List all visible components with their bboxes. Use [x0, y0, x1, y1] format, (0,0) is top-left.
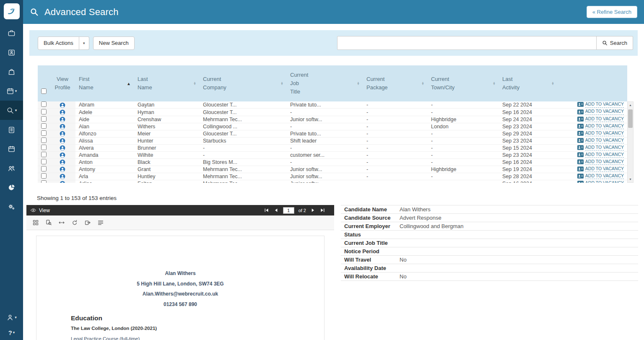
rotate-icon[interactable] [71, 219, 78, 226]
row-checkbox[interactable] [41, 180, 47, 183]
search-input[interactable] [337, 36, 597, 50]
add-to-vacancy-button[interactable]: ADD TO VACANCY [577, 109, 624, 114]
next-page-button[interactable] [310, 208, 316, 213]
column-header-current-town-city[interactable]: Current Town/City▲▼ [428, 65, 499, 101]
table-row[interactable]: Alvera Brunner - - - - Sep 15 2024 ADD T… [38, 144, 627, 151]
sidebar-item-calendar-menu[interactable]: ▾ [0, 81, 23, 101]
view-profile-icon[interactable] [60, 109, 65, 115]
first-page-button[interactable] [264, 208, 269, 213]
sidebar-item-clipboard[interactable] [0, 120, 23, 139]
sidebar-item-people[interactable] [0, 158, 23, 178]
detail-value [396, 242, 403, 244]
app-logo[interactable] [4, 3, 20, 19]
table-row[interactable]: Anton Black Big Stores M... - - - Sep 16… [38, 158, 627, 166]
table-row[interactable]: Aide Crenshaw Mehrmann Tec... Junior sof… [38, 116, 627, 123]
sidebar-item-settings[interactable] [0, 197, 23, 216]
table-row[interactable]: Abram Gaytan Gloucester T... Private tut… [38, 101, 627, 109]
text-view-icon[interactable] [97, 219, 104, 226]
add-to-vacancy-button[interactable]: ADD TO VACANCY [577, 180, 624, 183]
export-icon[interactable] [84, 219, 91, 226]
add-to-vacancy-button[interactable]: ADD TO VACANCY [577, 145, 624, 151]
cell-current-company: Gloucester T... [200, 101, 287, 109]
fit-width-icon[interactable] [58, 219, 65, 226]
view-profile-icon[interactable] [60, 181, 65, 183]
table-row[interactable]: Alissa Hunter Starbucks Shift leader - -… [38, 137, 627, 144]
column-header-current-package[interactable]: Current Package▲▼ [363, 65, 428, 101]
table-row[interactable]: Arline Felton Mehrmann Tec... Junior sof… [38, 180, 627, 183]
search-button[interactable]: Search [596, 36, 633, 50]
column-header-first-name[interactable]: First Name▲ [75, 65, 134, 101]
sidebar-item-bag[interactable] [0, 62, 23, 81]
view-profile-icon[interactable] [60, 138, 65, 144]
cell-current-town-city: - [428, 101, 499, 109]
row-checkbox[interactable] [41, 145, 47, 150]
column-header-current-company[interactable]: Current Company▲▼ [200, 65, 287, 101]
sidebar-item-help-menu[interactable]: ? ▾ [0, 325, 23, 340]
cell-first-name: Arline [75, 180, 134, 183]
add-to-vacancy-button[interactable]: ADD TO VACANCY [577, 152, 624, 158]
view-profile-icon[interactable] [60, 174, 65, 179]
add-to-vacancy-button[interactable]: ADD TO VACANCY [577, 101, 624, 107]
previous-page-button[interactable] [273, 208, 279, 213]
refine-search-button[interactable]: « Refine Search [587, 6, 637, 18]
page-number-input[interactable] [283, 207, 294, 214]
add-to-vacancy-button[interactable]: ADD TO VACANCY [577, 159, 624, 165]
row-checkbox[interactable] [41, 101, 47, 107]
view-profile-icon[interactable] [60, 159, 65, 165]
sort-icon: ▲▼ [421, 82, 424, 86]
view-profile-icon[interactable] [60, 131, 65, 137]
row-checkbox[interactable] [41, 109, 47, 114]
row-checkbox[interactable] [41, 173, 47, 179]
detail-row: Candidate Name Alan Withers [341, 205, 638, 214]
sidebar-item-reports[interactable] [0, 178, 23, 197]
zoom-page-icon[interactable] [45, 219, 52, 226]
scrollbar-thumb[interactable] [628, 109, 633, 128]
row-checkbox[interactable] [41, 152, 47, 157]
sidebar-item-search[interactable]: ▾ [0, 101, 23, 120]
thumbnails-icon[interactable] [32, 219, 39, 226]
add-to-vacancy-button[interactable]: ADD TO VACANCY [577, 138, 624, 143]
row-checkbox[interactable] [41, 159, 47, 164]
new-search-button[interactable]: New Search [93, 36, 135, 50]
table-row[interactable]: Alfonzo Meier Gloucester T... Private tu… [38, 130, 627, 137]
row-checkbox[interactable] [41, 130, 47, 136]
column-header-current-job-title[interactable]: Current Job Title▲▼ [287, 65, 363, 101]
sidebar-item-briefcase[interactable] [0, 23, 23, 43]
chevron-down-icon: ▾ [13, 331, 15, 335]
view-profile-icon[interactable] [60, 145, 65, 151]
table-row[interactable]: Amanda Wilhite - customer ser... - - Sep… [38, 151, 627, 158]
view-profile-icon[interactable] [60, 152, 65, 158]
viewer-body[interactable]: Alan Withers 5 High Hill Lane, London, S… [26, 230, 334, 340]
row-checkbox[interactable] [41, 123, 47, 129]
view-profile-icon[interactable] [60, 117, 65, 122]
row-checkbox[interactable] [41, 116, 47, 122]
bulk-actions-caret-button[interactable]: ▾ [79, 36, 89, 50]
table-scrollbar[interactable]: ▲ ▼ [627, 101, 634, 183]
sidebar-item-calendar[interactable] [0, 139, 23, 158]
row-checkbox[interactable] [41, 166, 47, 171]
column-header-last-activity[interactable]: Last Activity▲▼ [499, 65, 558, 101]
sidebar-item-contacts[interactable] [0, 43, 23, 62]
bulk-actions-button[interactable]: Bulk Actions [38, 36, 79, 50]
chevron-down-icon: ▾ [15, 109, 17, 112]
table-row[interactable]: Antony Grant Mehrmann Tec... Junior soft… [38, 166, 627, 173]
add-to-vacancy-button[interactable]: ADD TO VACANCY [577, 116, 624, 122]
row-checkbox[interactable] [41, 138, 47, 143]
last-page-button[interactable] [320, 208, 325, 213]
add-to-vacancy-button[interactable]: ADD TO VACANCY [577, 123, 624, 129]
sidebar-item-user-menu[interactable]: ▾ [0, 310, 23, 325]
scroll-down-button[interactable]: ▼ [628, 176, 633, 182]
view-profile-icon[interactable] [60, 166, 65, 172]
table-row[interactable]: Arla Huntley Mehrmann Tec... Junior soft… [38, 173, 627, 180]
select-all-checkbox[interactable] [41, 88, 47, 94]
view-profile-icon[interactable] [60, 102, 65, 108]
table-row[interactable]: Alan Withers Collingwood ... - - London … [38, 123, 627, 130]
add-to-vacancy-button[interactable]: ADD TO VACANCY [577, 166, 624, 172]
view-profile-icon[interactable] [60, 124, 65, 130]
add-to-vacancy-button[interactable]: ADD TO VACANCY [577, 173, 624, 179]
candidate-email: Alan.Withers@webrecruit.co.uk [36, 289, 324, 299]
table-row[interactable]: Adele Hyman Gloucester T... - - - Sep 16… [38, 109, 627, 116]
column-header-last-name[interactable]: Last Name▲▼ [134, 65, 200, 101]
add-to-vacancy-button[interactable]: ADD TO VACANCY [577, 130, 624, 136]
scroll-up-button[interactable]: ▲ [628, 102, 633, 108]
